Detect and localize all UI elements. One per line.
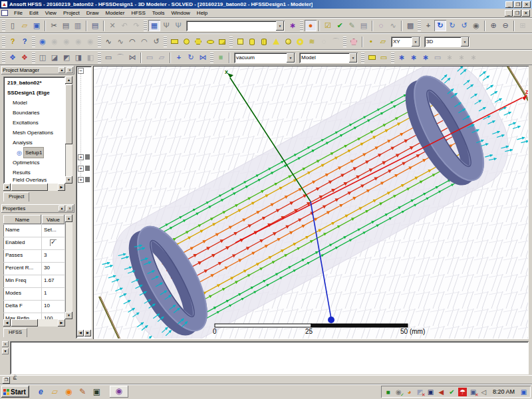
optimetrics-icon[interactable]: ● [305,20,317,31]
menu-project[interactable]: Project [60,9,83,17]
enabled-checkbox[interactable]: ✓ [50,239,57,246]
assign-mesh-operation-icon[interactable]: ∗ [420,52,432,63]
draw-cylinder-icon[interactable] [246,36,258,47]
property-row-modes[interactable]: Modes1 [3,288,65,301]
child-minimize-button[interactable]: _ [505,10,513,17]
split-icon[interactable]: ◧ [84,52,96,63]
close-button[interactable]: ✕ [523,1,531,8]
copy-image-icon[interactable]: ▩ [404,20,416,31]
property-row-passes[interactable]: Passes3 [3,250,65,263]
safely-remove-hardware-icon[interactable]: ◉✓ [394,388,403,396]
draw-dodecahedron-icon[interactable] [348,36,360,47]
sync-status-icon[interactable]: ✔ [448,388,456,396]
movement-mode-combo[interactable]: 3D▼ [424,37,469,47]
tree-item-ssdesign1-eige[interactable]: SSDesign1 (Eige [5,88,65,98]
chevron-down-icon[interactable]: ▼ [461,37,469,47]
panel-close-icon[interactable]: x [2,341,9,347]
draw-sphere-icon[interactable] [282,36,294,47]
ansoft-app-icon[interactable]: ▲ [1,1,7,7]
move-icon[interactable]: + [173,52,185,63]
offline-files-icon[interactable]: ◩✕ [416,388,424,396]
tree-item-analysis[interactable]: Analysis [5,138,65,148]
menu-help[interactable]: Help [194,9,211,17]
tab-hfss[interactable]: HFSS [3,328,27,337]
volume-icon[interactable]: ◁ [479,388,488,396]
cut-icon[interactable]: ✂ [48,20,60,31]
menu-window[interactable]: Window [168,9,193,17]
docked-window-icon[interactable]: ❐ [3,377,10,384]
column-header-name[interactable]: Name [3,215,42,224]
menu-draw[interactable]: Draw [83,9,102,17]
menu-tools[interactable]: Tools [149,9,168,17]
tree-item-mesh-operations[interactable]: Mesh Operations [5,128,65,138]
rotate-view-icon[interactable]: ↻ [434,20,446,31]
cover-lines-icon[interactable]: ▭ [144,52,156,63]
duplicate-mirror-icon[interactable]: ⋈ [197,52,209,63]
property-value[interactable]: Set... [42,225,65,237]
history-tree-strip[interactable]: − + + + ◀ ▶ [76,66,92,338]
media-player-icon[interactable]: ◉ [64,387,74,397]
analyze-all-icon[interactable]: ✔ [334,20,346,31]
draw-segmented-cylinder-icon[interactable] [258,36,270,47]
menu-modeler[interactable]: Modeler [102,9,128,17]
draw-helix-icon[interactable]: ≋ [306,36,318,47]
chevron-down-icon[interactable]: ▼ [276,21,284,31]
panel-close-icon[interactable]: x [66,205,73,211]
property-value[interactable]: 1.67 [42,275,65,287]
fit-contents-icon[interactable]: ⊠ [529,20,532,31]
draw-ellipse-icon[interactable] [204,36,216,47]
mesh-refine-icon[interactable]: ∗ [456,52,467,63]
display-settings-icon[interactable]: ▣ [519,388,528,396]
tab-project[interactable]: Project [3,192,29,201]
avira-antivir-icon[interactable]: ☂ [458,388,467,396]
property-row-enabled[interactable]: Enabled✓ [3,237,65,250]
zoom-in-icon[interactable]: ⊕ [487,20,499,31]
draw-cone-icon[interactable] [270,36,282,47]
create-relative-cs-icon[interactable]: ❖ [7,52,19,63]
property-value[interactable]: 1 [42,288,65,300]
connect-icon[interactable]: ⌒ [114,52,126,63]
tree-expand-icon[interactable]: + [78,154,84,160]
draw-circle-icon[interactable] [180,36,192,47]
tree-item-results[interactable]: Results [5,168,65,178]
draw-arc-3point-icon[interactable]: ◠ [138,36,150,47]
display-monitor-icon[interactable]: ▣ [426,388,435,396]
ansoft-hfss-task-button[interactable]: ◉ [110,386,128,398]
uncover-faces-icon[interactable]: ▱ [156,52,168,63]
tree-item-optimetrics[interactable]: Optimetrics [5,158,65,168]
open-icon[interactable]: ▱ [19,20,31,31]
draw-line-icon[interactable]: ∿ [102,36,114,47]
drawing-plane-combo[interactable]: XY▼ [391,37,420,47]
material-editor-icon[interactable] [366,52,378,63]
3d-scene[interactable]: x z 0 25 50 (mm) [94,66,528,338]
tree-item-setup1[interactable]: ◎Setup1 [5,148,65,158]
edit-sources-icon[interactable]: ✎ [346,20,358,31]
scroll-up-icon[interactable]: ▲ [65,215,72,222]
scroll-right-icon[interactable]: ▶ [58,184,65,191]
property-row-name[interactable]: NameSet... [3,225,65,237]
zoom-out-icon[interactable]: ⊖ [499,20,511,31]
scroll-up-icon[interactable]: ▲ [65,76,72,84]
scroll-left-icon[interactable]: ◀ [77,330,84,336]
draw-polygon-icon[interactable] [192,36,204,47]
scroll-thumb[interactable] [65,84,72,144]
windows-update-icon[interactable]: ◕ [405,388,414,396]
workspace-combo[interactable]: ▼ [186,21,285,31]
draw-region-icon[interactable] [216,36,228,47]
draw-box-icon[interactable] [234,36,246,47]
sweep-icon[interactable]: ≡ [215,52,227,63]
mirror-icon[interactable]: ⋈ [126,52,138,63]
context-help-icon[interactable]: ? [19,36,31,47]
show-message-manager-icon[interactable]: Ψ [172,20,184,31]
paste-icon[interactable]: ▥ [72,20,84,31]
material-combo[interactable]: vacuum▼ [234,53,295,63]
show-hidden-icon[interactable]: ◉ [37,36,49,47]
panel-pin-icon[interactable]: ▾ [2,348,9,354]
hide-selection-icon[interactable]: ◉ [49,36,61,47]
redo-icon[interactable]: ↷ [130,20,142,31]
panel-close-icon[interactable]: x [66,67,73,73]
remote-screen-icon[interactable]: ▣ [92,387,102,397]
assign-excitation-icon[interactable]: ∗ [408,52,420,63]
start-button[interactable]: Start [1,386,29,398]
tree-item-boundaries[interactable]: Boundaries [5,108,65,118]
